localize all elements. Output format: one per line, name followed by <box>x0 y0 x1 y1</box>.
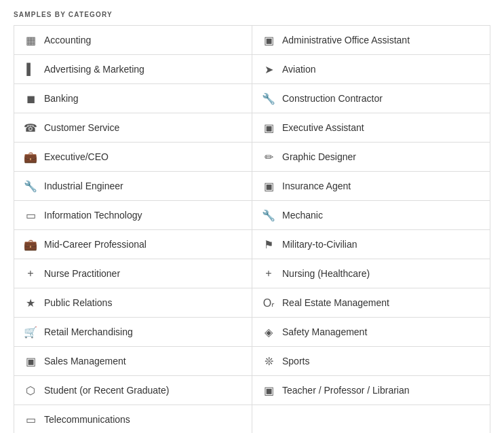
list-item[interactable]: ▣Insurance Agent <box>252 172 490 201</box>
list-item[interactable]: ▣Teacher / Professor / Librarian <box>252 376 490 405</box>
category-icon: + <box>262 267 275 280</box>
list-item[interactable]: ▣Executive Assistant <box>252 113 490 143</box>
list-item[interactable]: ✏Graphic Designer <box>252 143 490 172</box>
category-icon: ⚑ <box>262 238 275 251</box>
category-icon: ◼ <box>24 92 37 105</box>
list-item[interactable]: ▭Telecommunications <box>14 405 252 433</box>
list-item[interactable]: OᵣReal Estate Management <box>252 288 490 318</box>
category-icon: 💼 <box>24 150 37 164</box>
category-icon: 💼 <box>24 238 37 251</box>
list-item[interactable]: 💼Mid-Career Professional <box>14 230 252 259</box>
category-icon: ▣ <box>262 383 275 397</box>
category-label: Mid-Career Professional <box>44 239 147 250</box>
category-label: Construction Contractor <box>282 93 383 104</box>
category-icon: ☎ <box>24 121 37 134</box>
category-icon: ★ <box>24 296 37 309</box>
category-label: Administrative Office Assistant <box>282 35 410 45</box>
category-label: Sales Management <box>44 356 126 366</box>
category-label: Nursing (Healthcare) <box>282 268 370 279</box>
list-item[interactable]: ▦Accounting <box>14 26 252 55</box>
empty-cell <box>252 405 490 433</box>
category-icon: ◈ <box>262 325 275 339</box>
category-icon: ➤ <box>262 62 275 76</box>
category-label: Aviation <box>282 64 316 75</box>
list-item[interactable]: ➤Aviation <box>252 55 490 84</box>
category-icon: ▣ <box>262 33 275 47</box>
list-item[interactable]: +Nurse Practitioner <box>14 259 252 288</box>
category-label: Sports <box>282 356 309 366</box>
category-label: Telecommunications <box>44 414 130 425</box>
section-title: Samples by Category <box>14 11 490 18</box>
category-label: Information Technology <box>44 210 142 221</box>
category-icon: ▭ <box>24 413 37 426</box>
category-label: Graphic Designer <box>282 151 356 162</box>
category-icon: ▣ <box>262 121 275 134</box>
category-icon: + <box>24 267 37 280</box>
category-icon: ❊ <box>262 354 275 368</box>
list-item[interactable]: 🔧Industrial Engineer <box>14 172 252 201</box>
list-item[interactable]: ▌Advertising & Marketing <box>14 55 252 84</box>
list-item[interactable]: ⬡Student (or Recent Graduate) <box>14 376 252 405</box>
category-label: Customer Service <box>44 122 119 133</box>
category-label: Military-to-Civilian <box>282 239 357 250</box>
list-item[interactable]: ☎Customer Service <box>14 113 252 143</box>
category-label: Industrial Engineer <box>44 181 123 191</box>
category-icon: 🔧 <box>262 92 275 105</box>
category-icon: 🔧 <box>24 179 37 193</box>
category-icon: ▣ <box>24 354 37 368</box>
list-item[interactable]: ★Public Relations <box>14 288 252 318</box>
category-label: Teacher / Professor / Librarian <box>282 385 410 396</box>
category-icon: ✏ <box>262 150 275 164</box>
category-icon: ▌ <box>24 62 37 76</box>
category-icon: 🔧 <box>262 208 275 222</box>
category-label: Executive/CEO <box>44 151 109 162</box>
list-item[interactable]: +Nursing (Healthcare) <box>252 259 490 288</box>
list-item[interactable]: 🔧Mechanic <box>252 201 490 230</box>
category-label: Nurse Practitioner <box>44 268 120 279</box>
list-item[interactable]: ▣Administrative Office Assistant <box>252 26 490 55</box>
list-item[interactable]: ▣Sales Management <box>14 347 252 376</box>
list-item[interactable]: ◼Banking <box>14 84 252 113</box>
category-icon: 🛒 <box>24 325 37 339</box>
list-item[interactable]: 🔧Construction Contractor <box>252 84 490 113</box>
category-label: Banking <box>44 93 79 104</box>
category-label: Accounting <box>44 35 91 45</box>
category-icon: ⬡ <box>24 383 37 397</box>
category-icon: Oᵣ <box>262 296 275 309</box>
list-item[interactable]: 💼Executive/CEO <box>14 143 252 172</box>
category-label: Public Relations <box>44 297 112 308</box>
list-item[interactable]: 🛒Retail Merchandising <box>14 318 252 347</box>
category-icon: ▭ <box>24 208 37 222</box>
category-grid: ▦Accounting▣Administrative Office Assist… <box>14 25 490 433</box>
category-label: Executive Assistant <box>282 122 364 133</box>
category-label: Mechanic <box>282 210 323 221</box>
list-item[interactable]: ▭Information Technology <box>14 201 252 230</box>
category-icon: ▦ <box>24 33 37 47</box>
category-label: Student (or Recent Graduate) <box>44 385 169 396</box>
category-label: Safety Management <box>282 326 367 337</box>
samples-container: Samples by Category ▦Accounting▣Administ… <box>0 0 504 433</box>
category-label: Real Estate Management <box>282 297 389 308</box>
category-icon: ▣ <box>262 179 275 193</box>
list-item[interactable]: ⚑Military-to-Civilian <box>252 230 490 259</box>
category-label: Advertising & Marketing <box>44 64 144 75</box>
list-item[interactable]: ❊Sports <box>252 347 490 376</box>
category-label: Insurance Agent <box>282 181 351 191</box>
list-item[interactable]: ◈Safety Management <box>252 318 490 347</box>
category-label: Retail Merchandising <box>44 326 133 337</box>
